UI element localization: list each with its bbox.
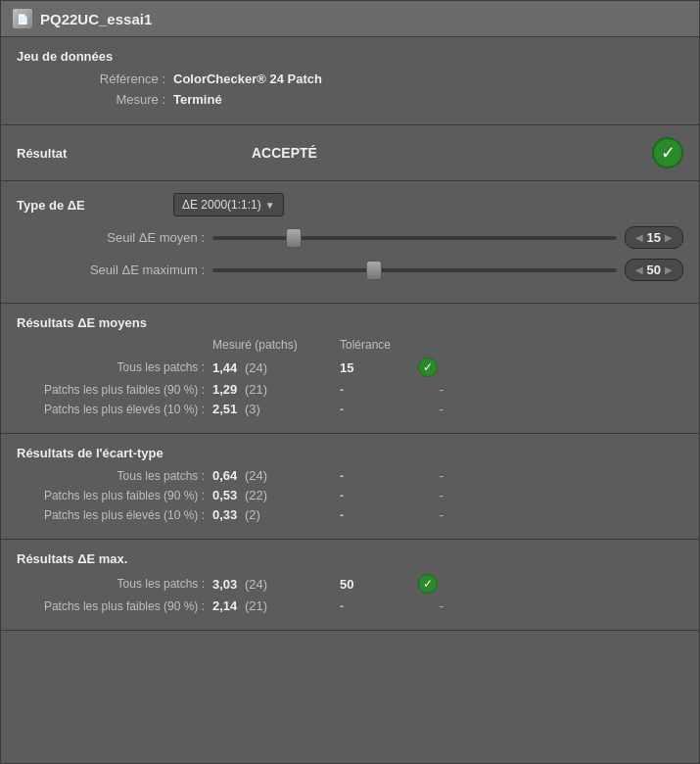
ecart-dash-0: - [440,468,443,483]
ecart-measured-2: 0,33 (2) [212,507,340,522]
result-check-icon: ✓ [652,137,683,168]
deltae-dropdown-value: ΔE 2000(1:1:1) [182,198,261,212]
moyens-label-2: Patchs les plus élevés (10 %) : [17,403,212,416]
max-value-0: 3,03 [212,577,237,592]
moyens-dash-1: - [440,382,443,397]
seuil-moyen-thumb[interactable] [286,228,302,248]
ecart-value-0: 0,64 [212,468,237,483]
seuil-moyen-value: 15 [647,230,661,245]
title-bar: 📄 PQ22UC_essai1 [1,1,699,37]
deltae-label: Type de ΔE [17,198,173,213]
moyens-measured-2: 2,51 (3) [212,402,340,416]
header-tolerance: Tolérance [340,338,438,352]
seuil-maximum-slider-container: ◀ 50 ▶ [212,259,683,281]
results-moyens-header: Mesuré (patchs) Tolérance [17,338,683,352]
moyens-tolerance-2: - [340,402,418,416]
ecart-row-0: Tous les patchs : 0,64 (24) - - [17,468,683,483]
moyens-row-1: Patchs les plus faibles (90 %) : 1,29 (2… [17,382,683,397]
moyens-row-2: Patchs les plus élevés (10 %) : 2,51 (3)… [17,402,683,416]
slider-right-arrow-icon[interactable]: ▶ [665,232,673,243]
ecart-value-2: 0,33 [212,507,237,522]
result-section: Résultat ACCEPTÉ ✓ [1,125,699,181]
measure-row: Mesure : Terminé [17,92,683,107]
result-value: ACCEPTÉ [173,145,652,161]
moyens-label-0: Tous les patchs : [17,360,212,374]
seuil-moyen-row: Seuil ΔE moyen : ◀ 15 ▶ [17,226,683,249]
moyens-measured-0: 1,44 (24) [212,360,340,375]
ecart-value-1: 0,53 [212,488,237,502]
ecart-label-2: Patchs les plus élevés (10 %) : [17,508,212,522]
measure-value: Terminé [173,92,222,107]
ecart-label-1: Patchs les plus faibles (90 %) : [17,489,212,502]
max-label-1: Patchs les plus faibles (90 %) : [17,599,212,613]
max-patches-1: (21) [245,598,267,613]
max-row-1: Patchs les plus faibles (90 %) : 2,14 (2… [17,598,683,613]
results-ecart-title: Résultats de l'écart-type [17,446,683,460]
seuil-maximum-value: 50 [647,263,661,277]
moyens-value-0: 1,44 [212,360,237,375]
reference-row: Référence : ColorChecker® 24 Patch [17,72,683,86]
reference-value: ColorChecker® 24 Patch [173,72,322,86]
window-title: PQ22UC_essai1 [40,11,152,27]
reference-label: Référence : [17,72,173,86]
max-label-0: Tous les patchs : [17,577,212,591]
max-dash-1: - [440,598,443,613]
slider-left-arrow-icon[interactable]: ◀ [635,232,643,243]
window-icon: 📄 [13,9,32,28]
seuil-moyen-label: Seuil ΔE moyen : [17,230,212,245]
moyens-dash-2: - [440,402,443,416]
results-max-title: Résultats ΔE max. [17,551,683,566]
slider-max-right-arrow-icon[interactable]: ▶ [665,264,673,275]
moyens-tolerance-1: - [340,382,418,397]
seuil-moyen-track[interactable] [212,236,617,240]
ecart-label-0: Tous les patchs : [17,469,212,483]
results-moyens-section: Résultats ΔE moyens Mesuré (patchs) Tolé… [1,304,699,434]
max-check-0: ✓ [418,574,438,594]
results-moyens-title: Résultats ΔE moyens [17,315,683,330]
results-max-section: Résultats ΔE max. Tous les patchs : 3,03… [1,540,699,631]
results-ecart-section: Résultats de l'écart-type Tous les patch… [1,434,699,540]
ecart-row-2: Patchs les plus élevés (10 %) : 0,33 (2)… [17,507,683,522]
ecart-measured-0: 0,64 (24) [212,468,340,483]
measure-label: Mesure : [17,92,173,107]
seuil-moyen-slider-container: ◀ 15 ▶ [212,226,683,249]
max-value-1: 2,14 [212,598,237,613]
seuil-maximum-value-box: ◀ 50 ▶ [625,259,683,281]
ecart-patches-2: (2) [245,507,260,522]
ecart-tolerance-1: - [340,488,418,502]
moyens-tolerance-0: 15 [340,360,418,375]
moyens-value-2: 2,51 [212,402,237,416]
dropdown-arrow-icon: ▼ [265,200,275,211]
ecart-patches-0: (24) [245,468,267,483]
seuil-maximum-label: Seuil ΔE maximum : [17,263,212,277]
ecart-row-1: Patchs les plus faibles (90 %) : 0,53 (2… [17,488,683,502]
ecart-patches-1: (22) [245,488,267,502]
moyens-measured-1: 1,29 (21) [212,382,340,397]
moyens-patches-1: (21) [245,382,267,397]
moyens-value-1: 1,29 [212,382,237,397]
seuil-moyen-value-box: ◀ 15 ▶ [625,226,683,249]
dataset-section: Jeu de données Référence : ColorChecker®… [1,37,699,125]
seuil-maximum-row: Seuil ΔE maximum : ◀ 50 ▶ [17,259,683,281]
ecart-tolerance-0: - [340,468,418,483]
dataset-title: Jeu de données [17,49,683,64]
deltae-type-row: Type de ΔE ΔE 2000(1:1:1) ▼ [17,193,683,216]
moyens-row-0: Tous les patchs : 1,44 (24) 15 ✓ [17,358,683,377]
max-patches-0: (24) [245,577,267,592]
moyens-patches-2: (3) [245,402,260,416]
seuil-maximum-track[interactable] [212,268,617,272]
moyens-label-1: Patchs les plus faibles (90 %) : [17,383,212,397]
slider-max-left-arrow-icon[interactable]: ◀ [635,264,643,275]
moyens-patches-0: (24) [245,360,267,375]
seuil-maximum-thumb[interactable] [366,261,382,280]
ecart-dash-2: - [440,507,443,522]
ecart-measured-1: 0,53 (22) [212,488,340,502]
max-measured-0: 3,03 (24) [212,577,340,592]
max-tolerance-0: 50 [340,577,418,592]
max-tolerance-1: - [340,598,418,613]
deltae-dropdown[interactable]: ΔE 2000(1:1:1) ▼ [173,193,284,216]
max-row-0: Tous les patchs : 3,03 (24) 50 ✓ [17,574,683,594]
main-window: 📄 PQ22UC_essai1 Jeu de données Référence… [0,0,700,764]
ecart-tolerance-2: - [340,507,418,522]
ecart-dash-1: - [440,488,443,502]
